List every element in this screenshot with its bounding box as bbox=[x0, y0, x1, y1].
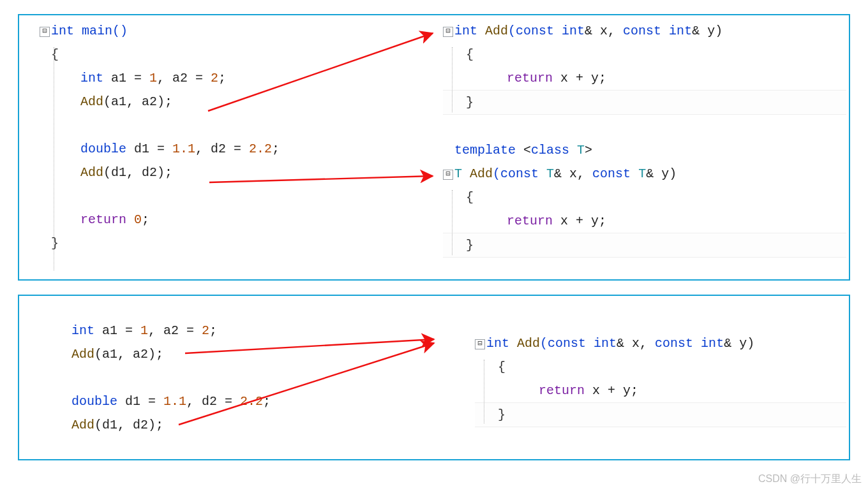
brace-close: } bbox=[443, 233, 846, 258]
panel-2: int a1 = 1, a2 = 2; Add(a1, a2); double … bbox=[18, 295, 850, 460]
brace-open: { bbox=[475, 355, 846, 379]
decl-double: double d1 = 1.1, d2 = 2.2; bbox=[71, 390, 467, 413]
brace-open: { bbox=[443, 43, 846, 66]
decl-int: int a1 = 1, a2 = 2; bbox=[40, 66, 435, 90]
call-add-double: Add(d1, d2); bbox=[40, 161, 435, 184]
code-main: ⊟int main() { int a1 = 1, a2 = 2; Add(a1… bbox=[22, 19, 435, 273]
watermark: CSDN @行十万里人生 bbox=[758, 469, 862, 488]
int-add-signature: ⊟int Add(const int& x, const int& y) bbox=[475, 332, 846, 355]
decl-int: int a1 = 1, a2 = 2; bbox=[71, 319, 467, 342]
call-add-int: Add(a1, a2); bbox=[40, 90, 435, 114]
code-left-2: int a1 = 1, a2 = 2; Add(a1, a2); double … bbox=[22, 300, 467, 453]
return-xy: return x + y; bbox=[475, 379, 846, 402]
blank bbox=[40, 184, 435, 208]
blank bbox=[40, 114, 435, 137]
brace-open: { bbox=[40, 43, 435, 66]
template-add-signature: ⊟T Add(const T& x, const T& y) bbox=[443, 162, 846, 186]
page: ⊟int main() { int a1 = 1, a2 = 2; Add(a1… bbox=[0, 0, 868, 491]
panel-1: ⊟int main() { int a1 = 1, a2 = 2; Add(a1… bbox=[18, 14, 850, 281]
code-right: ⊟int Add(const int& x, const int& y) { r… bbox=[435, 19, 846, 273]
fold-icon[interactable]: ⊟ bbox=[443, 27, 453, 37]
call-add-int: Add(a1, a2); bbox=[71, 342, 467, 366]
fold-icon[interactable]: ⊟ bbox=[475, 339, 485, 349]
code-right-2: ⊟int Add(const int& x, const int& y) { r… bbox=[467, 300, 846, 453]
blank bbox=[443, 115, 846, 138]
return-xy: return x + y; bbox=[443, 66, 846, 90]
return-stmt: return 0; bbox=[40, 208, 435, 231]
int-add-signature: ⊟int Add(const int& x, const int& y) bbox=[443, 19, 846, 43]
blank bbox=[71, 366, 467, 390]
brace-open: { bbox=[443, 186, 846, 209]
brace-close: } bbox=[40, 231, 435, 255]
fold-icon[interactable]: ⊟ bbox=[40, 27, 50, 37]
call-add-double: Add(d1, d2); bbox=[71, 413, 467, 437]
main-signature: ⊟int main() bbox=[40, 19, 435, 43]
brace-close: } bbox=[475, 402, 846, 427]
template-decl: template <class T> bbox=[443, 138, 846, 162]
decl-double: double d1 = 1.1, d2 = 2.2; bbox=[40, 137, 435, 161]
return-xy: return x + y; bbox=[443, 209, 846, 233]
brace-close: } bbox=[443, 90, 846, 115]
fold-icon[interactable]: ⊟ bbox=[443, 170, 453, 180]
